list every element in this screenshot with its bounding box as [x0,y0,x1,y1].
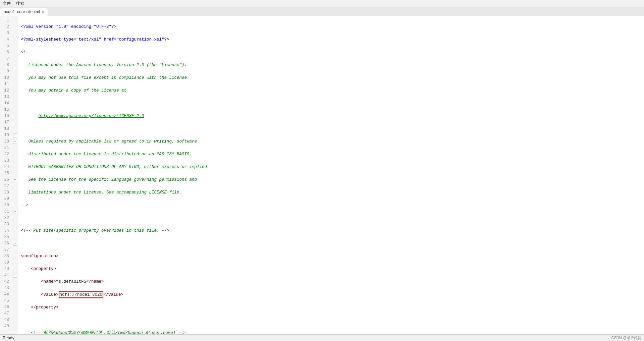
editor-container: 12345 678910 1112131415 1617181920 21222… [0,16,644,334]
code-editor[interactable]: <?xml version="1.0" encoding="UTF-8"?> <… [18,16,644,334]
line-20: <property> [21,266,644,272]
line-10: Unless required by applicable law or agr… [21,138,644,145]
line-23: </property> [21,304,644,311]
fold-btn-20[interactable]: − [13,140,17,144]
fold-btn-26[interactable]: − [13,178,17,182]
line-6: You may obtain a copy of the License at [21,88,644,94]
line-5: you may not use this file except in comp… [21,75,644,81]
line-2: <?xml-stylesheet type="text/xsl" href="c… [21,37,644,43]
status-ready: Ready [3,336,14,340]
line-21: <name>fs.defaultFS</name> [21,279,644,285]
line-8: http://www.apache.org/licenses/LICENSE-2… [21,113,644,119]
status-bar: Ready CSDN @梁折超贫 [0,334,644,341]
line-numbers: 12345 678910 1112131415 1617181920 21222… [0,16,12,334]
line-19: <configuration> [21,253,644,260]
line-22: <value>hdfs://node1:8020</value> [21,291,644,298]
fold-indicators: − − − − − − [12,16,18,334]
line-13: See the License for the specific languag… [21,177,644,183]
line-24 [21,317,644,324]
fold-btn-44[interactable]: − [13,274,17,278]
fold-btn-32[interactable]: − [13,210,17,214]
menu-file[interactable]: 文件 [3,1,11,6]
menu-bar: 文件 搜索 [0,0,644,7]
line-7 [21,100,644,107]
line-25: <!-- 配置Hadoop本地存储数据目录，默认/tmp/hadoop-${us… [21,330,644,334]
fold-btn-19[interactable]: − [13,133,17,137]
line-11: distributed under the License is distrib… [21,151,644,158]
fold-btn-38[interactable]: − [13,242,17,246]
line-16 [21,215,644,221]
line-15: --> [21,202,644,209]
tab-label: node1_core-site.xml [4,9,40,14]
tab-file[interactable]: node1_core-site.xml × [0,8,48,16]
line-3: <!-- [21,49,644,56]
status-right: CSDN @梁折超贫 [611,335,641,340]
line-1: <?xml version="1.0" encoding="UTF-8"?> [21,24,644,30]
tab-close-icon[interactable]: × [42,10,44,14]
line-17: <!-- Put site-specific property override… [21,228,644,234]
menu-search[interactable]: 搜索 [16,1,24,6]
line-9 [21,126,644,132]
line-4: Licensed under the Apache License, Versi… [21,62,644,68]
line-14: limitations under the License. See accom… [21,189,644,196]
line-18 [21,240,644,247]
tab-bar: node1_core-site.xml × [0,7,644,16]
line-12: WITHOUT WARRANTIES OR CONDITIONS OF ANY … [21,164,644,170]
